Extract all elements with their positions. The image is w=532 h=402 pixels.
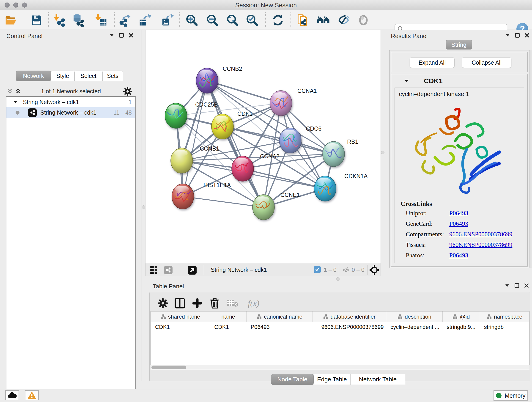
- zoom-selected-button[interactable]: [245, 13, 259, 27]
- import-network-database-button[interactable]: [71, 13, 85, 27]
- import-network-file-button[interactable]: [52, 13, 66, 27]
- column-header-name[interactable]: name: [210, 312, 247, 322]
- crosslink-link[interactable]: P06493: [449, 210, 468, 217]
- expand-all-button[interactable]: Expand All: [410, 57, 455, 68]
- grid-view-button[interactable]: [148, 265, 159, 275]
- table-horizontal-scrollbar[interactable]: [151, 365, 530, 370]
- open-session-button[interactable]: [4, 13, 18, 27]
- column-header-database-identifier[interactable]: database identifier: [313, 312, 386, 322]
- network-view-mode-button[interactable]: [163, 265, 173, 275]
- right-splitter[interactable]: [381, 30, 385, 276]
- control-panel-header-icons: [109, 33, 133, 38]
- delete-table-button[interactable]: [226, 296, 239, 310]
- export-network-button[interactable]: [119, 13, 133, 27]
- show-columns-button[interactable]: [173, 296, 187, 310]
- horizontal-splitter[interactable]: [145, 276, 532, 282]
- crosslink-link[interactable]: 9606.ENSP00000378699: [449, 231, 512, 238]
- show-all-networks-button[interactable]: [317, 13, 330, 27]
- crosslink-link[interactable]: P06493: [449, 220, 468, 227]
- toolbar-divider: [367, 265, 367, 275]
- collapse-panel-button[interactable]: [505, 34, 510, 37]
- tab-node-table[interactable]: Node Table: [271, 374, 314, 385]
- delete-column-button[interactable]: [208, 296, 222, 310]
- string-network-graph[interactable]: CCNB2CCNA1CDC25BCDK1CDC6RB1CCNB1CCNA2CDK…: [146, 30, 381, 263]
- close-panel-button[interactable]: [129, 33, 133, 38]
- network-type-icon: [28, 108, 37, 117]
- column-header-shared-name[interactable]: shared name: [151, 312, 210, 322]
- show-hidden-items-button[interactable]: [356, 13, 370, 27]
- float-icon: [515, 283, 519, 288]
- detach-view-button[interactable]: [187, 265, 197, 275]
- hide-selected-button[interactable]: [336, 13, 350, 27]
- splitter-handle[interactable]: [381, 151, 385, 154]
- zoom-fit-button[interactable]: [226, 13, 239, 27]
- toolbar-divider: [265, 12, 266, 27]
- refresh-button[interactable]: [271, 13, 285, 27]
- tab-network-table[interactable]: Network Table: [350, 374, 405, 385]
- network-row-selected[interactable]: String Network – cdk1 11 48: [6, 107, 135, 118]
- tab-string[interactable]: String: [446, 40, 472, 50]
- results-scrollbar[interactable]: [529, 51, 532, 268]
- export-image-button[interactable]: [160, 13, 174, 27]
- tab-sets[interactable]: Sets: [102, 70, 123, 81]
- tab-network[interactable]: Network: [16, 70, 51, 81]
- eye-icon: [357, 14, 370, 27]
- tree-icon: [398, 314, 403, 319]
- selected-checkbox[interactable]: [314, 266, 321, 273]
- trash-icon: [210, 298, 220, 308]
- crosslink-link[interactable]: P06493: [449, 252, 468, 259]
- fit-content-button[interactable]: [369, 265, 380, 275]
- node-table: shared name name canonical name database…: [151, 311, 530, 370]
- float-panel-button[interactable]: [515, 33, 520, 38]
- left-splitter[interactable]: [142, 30, 145, 276]
- current-network-dot: [16, 111, 19, 115]
- table-container: f(x) shared name name canonical name: [149, 292, 530, 381]
- network-options-button[interactable]: [123, 87, 132, 96]
- tab-select[interactable]: Select: [75, 70, 102, 81]
- column-header-canonical-name[interactable]: canonical name: [247, 312, 312, 322]
- crosslink-label: GeneCard:: [406, 220, 433, 227]
- table-row[interactable]: CDK1 CDK1 P06493 9606.ENSP00000378699 cy…: [151, 322, 529, 332]
- memory-button[interactable]: Memory: [494, 390, 528, 401]
- collapse-panel-button[interactable]: [109, 34, 114, 37]
- column-header-namespace[interactable]: namespace: [480, 312, 529, 322]
- expand-collapse-bar: Expand All Collapse All: [391, 52, 528, 72]
- zoom-in-button[interactable]: [185, 13, 199, 27]
- export-image-icon: [161, 14, 174, 27]
- network-node-CDC25B: [165, 103, 187, 128]
- export-table-button[interactable]: [138, 13, 152, 27]
- create-column-button[interactable]: [190, 296, 204, 310]
- column-header-description[interactable]: description: [386, 312, 443, 322]
- warning-status-button[interactable]: [25, 390, 39, 400]
- gear-icon: [123, 87, 132, 96]
- clone-network-button[interactable]: [296, 13, 310, 27]
- close-panel-button[interactable]: [524, 283, 529, 288]
- node-label-CDKN1A: CDKN1A: [344, 173, 368, 179]
- scrollbar-thumb[interactable]: [152, 366, 186, 369]
- table-options-button[interactable]: [156, 296, 170, 310]
- zoom-out-button[interactable]: [206, 13, 219, 27]
- splitter-handle[interactable]: [336, 277, 340, 281]
- network-list: String Network – cdk1 1 String Network –…: [6, 96, 136, 402]
- collapse-all-button[interactable]: Collapse All: [462, 57, 511, 68]
- tab-edge-table[interactable]: Edge Table: [314, 374, 350, 385]
- tab-style[interactable]: Style: [51, 70, 75, 81]
- column-header-id[interactable]: @id: [443, 312, 480, 322]
- cloud-status-button[interactable]: [5, 390, 19, 400]
- warning-icon: [28, 392, 36, 399]
- save-session-button[interactable]: [30, 13, 43, 27]
- function-builder-button[interactable]: f(x): [242, 296, 265, 310]
- column-label: name: [221, 313, 235, 320]
- gene-section-header[interactable]: CDK1: [391, 74, 527, 88]
- crosslink-link[interactable]: 9606.ENSP00000378699: [449, 241, 512, 249]
- collapse-panel-button[interactable]: [505, 284, 510, 287]
- splitter-handle[interactable]: [142, 205, 145, 209]
- plus-icon: [192, 298, 202, 308]
- float-panel-button[interactable]: [119, 33, 124, 38]
- import-table-file-button[interactable]: [94, 13, 108, 27]
- float-panel-button[interactable]: [515, 283, 519, 288]
- close-panel-button[interactable]: [525, 33, 529, 38]
- network-canvas[interactable]: CCNB2CCNA1CDC25BCDK1CDC6RB1CCNB1CCNA2CDK…: [145, 30, 381, 263]
- network-collection-row[interactable]: String Network – cdk1 1: [6, 97, 135, 107]
- network-node-CDC6: [279, 128, 301, 153]
